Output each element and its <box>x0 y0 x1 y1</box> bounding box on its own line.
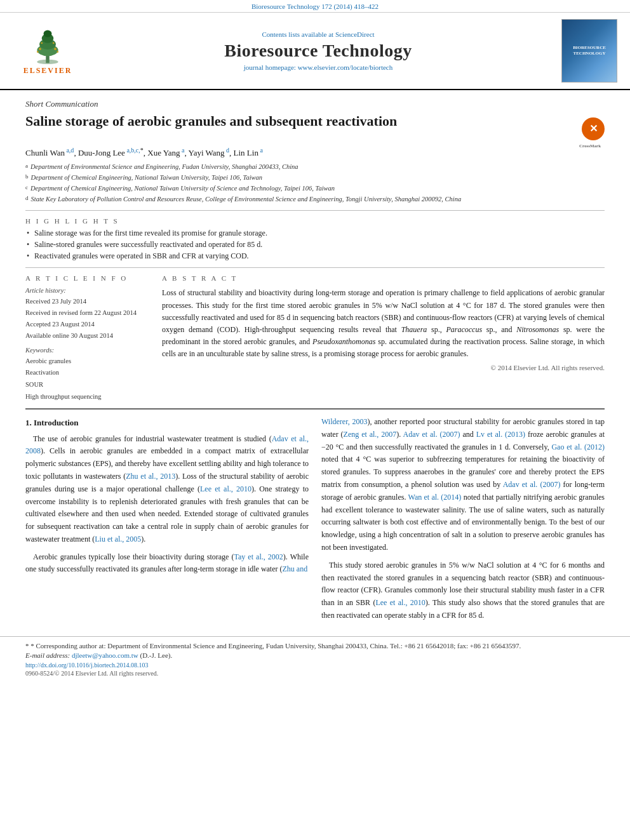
author-sup-a: a,d <box>65 147 74 154</box>
page-footer: * * Corresponding author at: Department … <box>0 636 630 682</box>
email-address-footnote: E-mail address: djleetw@yahoo.com.tw (D.… <box>25 651 605 659</box>
ref-lee-2010b[interactable]: Lee et al., 2010 <box>375 598 425 607</box>
svg-point-6 <box>39 48 41 50</box>
ref-gao-2012[interactable]: Gao et al. (2012) <box>551 443 605 451</box>
highlights-heading: H I G H L I G H T S <box>25 217 605 225</box>
copyright-notice: © 2014 Elsevier Ltd. All rights reserved… <box>162 364 605 371</box>
elsevier-wordmark: ELSEVIER <box>23 66 72 76</box>
journal-title-area: Contents lists available at ScienceDirec… <box>83 30 554 71</box>
elsevier-tree-icon <box>25 27 70 65</box>
journal-cover-area: BIORESOURCE TECHNOLOGY <box>554 19 617 83</box>
svg-point-8 <box>37 51 39 53</box>
ref-tay-2002[interactable]: Tay et al., 2002 <box>234 552 283 561</box>
footer-issn-copyright: 0960-8524/© 2014 Elsevier Ltd. All right… <box>25 670 605 677</box>
footer-links-area: http://dx.doi.org/10.1016/j.biortech.201… <box>25 662 605 669</box>
journal-cover-image: BIORESOURCE TECHNOLOGY <box>561 19 617 83</box>
article-info-column: A R T I C L E I N F O Article history: R… <box>25 274 149 403</box>
svg-point-10 <box>41 42 43 44</box>
keyword-sequencing: High throughput sequencing <box>25 391 149 403</box>
affiliations: a Department of Environmental Science an… <box>25 162 605 204</box>
author-lin-lin: Lin Lin <box>234 148 258 157</box>
crossmark-badge[interactable]: ✕ <box>582 117 605 140</box>
article-history-label: Article history: <box>25 287 149 294</box>
affiliation-c: c Department of Chemical Engineering, Na… <box>25 183 605 194</box>
author-yayi-wang: Yayi Wang <box>189 148 225 157</box>
author-chunli-wan: Chunli Wan <box>25 148 65 157</box>
sciencedirect-link-line: Contents lists available at ScienceDirec… <box>83 30 554 38</box>
author-email-link[interactable]: djleetw@yahoo.com.tw <box>72 651 138 659</box>
journal-title: Bioresource Technology <box>83 41 554 61</box>
keyword-reactivation: Reactivation <box>25 367 149 379</box>
crossmark-icon: ✕ <box>589 123 598 136</box>
keyword-aerobic-granules: Aerobic granules <box>25 356 149 368</box>
accepted-date: Accepted 23 August 2014 <box>25 319 149 330</box>
abstract-heading: A B S T R A C T <box>162 274 605 282</box>
affiliation-d: d State Key Laboratory of Pollution Cont… <box>25 194 605 204</box>
ref-adav-2007[interactable]: Adav et al. (2007) <box>403 430 460 439</box>
authors-line: Chunli Wan a,d, Duu-Jong Lee a,b,c,*, Xu… <box>25 147 605 158</box>
doi-link[interactable]: http://dx.doi.org/10.1016/j.biortech.201… <box>25 662 148 669</box>
intro-para-2: Aerobic granules typically lose their bi… <box>25 551 309 577</box>
article-title-text: Saline storage of aerobic granules and s… <box>25 112 568 131</box>
author-xue-yang: Xue Yang <box>147 148 180 157</box>
journal-cover-text: BIORESOURCE TECHNOLOGY <box>562 43 617 59</box>
ref-adav-2007b[interactable]: Adav et al. (2007) <box>503 480 561 489</box>
keyword-sour: SOUR <box>25 379 149 391</box>
ref-liu-2005[interactable]: Liu et al., 2005 <box>95 535 141 543</box>
ref-lee-2010[interactable]: Lee et al., 2010 <box>200 484 251 493</box>
affiliation-a: a Department of Environmental Science an… <box>25 162 605 172</box>
available-online-date: Available online 30 August 2014 <box>25 331 149 342</box>
ref-zhu-2013[interactable]: Zhu et al., 2013 <box>126 472 175 481</box>
svg-point-7 <box>54 48 57 50</box>
highlight-item-3: Reactivated granules were operated in SB… <box>25 251 605 261</box>
journal-homepage-text: journal homepage: www.elsevier.com/locat… <box>83 63 554 71</box>
ref-zeng-2007[interactable]: Zeng et al., 2007 <box>344 430 397 439</box>
article-info-abstract-section: A R T I C L E I N F O Article history: R… <box>25 274 605 403</box>
svg-point-5 <box>44 30 52 37</box>
ref-lv-2013[interactable]: Lv et al. (2013) <box>476 430 525 439</box>
body-text-section: 1. Introduction The use of aerobic granu… <box>25 416 605 627</box>
divider-after-highlights <box>25 267 605 268</box>
abstract-column: A B S T R A C T Loss of structural stabi… <box>162 274 605 403</box>
ref-wilderer-2003[interactable]: Wilderer, 2003 <box>321 417 367 426</box>
sciencedirect-link[interactable]: ScienceDirect <box>335 30 375 38</box>
body-right-column: Wilderer, 2003), another reported poor s… <box>321 416 605 627</box>
journal-header: ELSEVIER Contents lists available at Sci… <box>0 13 630 90</box>
svg-point-11 <box>53 42 55 44</box>
intro-heading: 1. Introduction <box>25 416 309 429</box>
crossmark-label: CrossMark <box>579 143 601 149</box>
article-info-heading: A R T I C L E I N F O <box>25 274 149 282</box>
article-title-row: Saline storage of aerobic granules and s… <box>25 112 605 140</box>
body-left-column: 1. Introduction The use of aerobic granu… <box>25 416 309 627</box>
journal-reference-text: Bioresource Technology 172 (2014) 418–42… <box>251 3 379 10</box>
article-type: Short Communication <box>25 99 605 109</box>
received-revised-date: Received in revised form 22 August 2014 <box>25 308 149 319</box>
publisher-logo-area: ELSEVIER <box>13 27 83 76</box>
svg-point-1 <box>37 59 58 63</box>
corresponding-author-footnote: * * Corresponding author at: Department … <box>25 642 605 650</box>
highlight-item-1: Saline storage was for the first time re… <box>25 229 605 238</box>
received-date: Received 23 July 2014 <box>25 297 149 307</box>
intro-para-1: The use of aerobic granules for industri… <box>25 433 309 546</box>
ref-zhu-2003[interactable]: Zhu and <box>283 564 308 573</box>
highlights-list: Saline storage was for the first time re… <box>25 229 605 261</box>
affiliation-b: b Department of Chemical Engineering, Na… <box>25 173 605 183</box>
journal-reference-bar: Bioresource Technology 172 (2014) 418–42… <box>0 0 630 13</box>
author-duu-jong-lee: Duu-Jong Lee <box>78 148 125 157</box>
highlight-item-2: Saline-stored granules were successfully… <box>25 240 605 250</box>
ref-wan-2014[interactable]: Wan et al. (2014) <box>408 493 462 502</box>
main-content: Short Communication Saline storage of ae… <box>0 90 630 636</box>
body-right-para-1: Wilderer, 2003), another reported poor s… <box>321 416 605 554</box>
body-right-para-2: This study stored aerobic granules in 5%… <box>321 559 605 622</box>
abstract-text: Loss of structural stability and bioacti… <box>162 287 605 360</box>
ref-adav-2008[interactable]: Adav et al., 2008 <box>25 434 309 456</box>
highlights-section: H I G H L I G H T S Saline storage was f… <box>25 217 605 261</box>
svg-point-9 <box>57 51 58 53</box>
elsevier-logo: ELSEVIER <box>13 27 83 76</box>
divider-before-body <box>25 408 605 410</box>
keywords-label: Keywords: <box>25 347 149 354</box>
keywords-list: Aerobic granules Reactivation SOUR High … <box>25 356 149 404</box>
divider-after-affiliations <box>25 210 605 211</box>
